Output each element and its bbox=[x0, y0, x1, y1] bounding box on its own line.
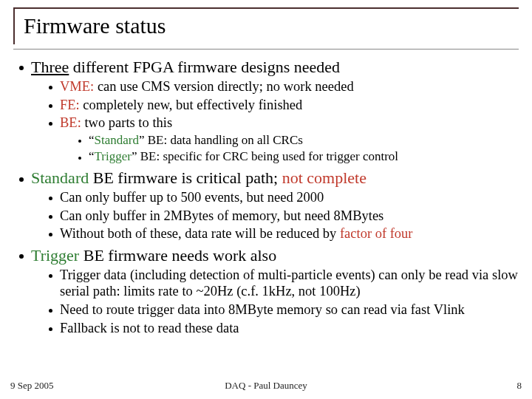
bullet-lvl2: BE: two parts to this bbox=[49, 115, 519, 132]
bullet-lvl2: Fallback is not to read these data bbox=[49, 320, 519, 337]
bullet-icon bbox=[49, 197, 52, 200]
bullet-text: Trigger BE firmware needs work also bbox=[31, 246, 519, 265]
bullet-icon bbox=[49, 233, 52, 236]
title-area: Firmware status bbox=[13, 7, 519, 44]
bullet-icon bbox=[49, 122, 52, 126]
bullet-lvl2: Need to route trigger data into 8MByte m… bbox=[49, 301, 519, 318]
bullet-icon bbox=[49, 274, 52, 278]
bullet-lvl3: “Standard” BE: data handling on all CRCs bbox=[78, 133, 519, 149]
bullet-lvl1: Trigger BE firmware needs work also bbox=[19, 246, 519, 265]
bullet-text: Can only buffer up to 500 events, but ne… bbox=[60, 189, 519, 206]
content-area: Three different FPGA firmware designs ne… bbox=[13, 49, 519, 336]
bullet-lvl1: Three different FPGA firmware designs ne… bbox=[19, 58, 519, 77]
bullet-text: VME: can use CMS version directly; no wo… bbox=[60, 78, 519, 95]
bullet-text: “Standard” BE: data handling on all CRCs bbox=[89, 133, 519, 149]
bullet-lvl2: Can only buffer in 2MBytes of memory, bu… bbox=[49, 208, 519, 225]
bullet-lvl2: Without both of these, data rate will be… bbox=[49, 225, 519, 242]
bullet-text: Without both of these, data rate will be… bbox=[60, 225, 519, 242]
slide: Firmware status Three different FPGA fir… bbox=[0, 0, 532, 399]
bullet-icon bbox=[19, 254, 24, 259]
bullet-icon bbox=[78, 157, 81, 160]
bullet-icon bbox=[19, 177, 24, 182]
bullet-text: Standard BE firmware is critical path; n… bbox=[31, 168, 519, 188]
bullet-text: Can only buffer in 2MBytes of memory, bu… bbox=[60, 208, 519, 225]
bullet-icon bbox=[78, 140, 81, 143]
bullet-text: Need to route trigger data into 8MByte m… bbox=[60, 301, 519, 318]
bullet-icon bbox=[49, 309, 52, 313]
bullet-text: Fallback is not to read these data bbox=[60, 320, 519, 337]
bullet-text: Trigger data (including detection of mul… bbox=[60, 267, 519, 300]
bullet-icon bbox=[49, 327, 52, 331]
bullet-icon bbox=[49, 215, 52, 219]
footer-page-number: 8 bbox=[517, 380, 522, 392]
bullet-lvl3: “Trigger” BE: specific for CRC being use… bbox=[78, 149, 519, 165]
bullet-text: “Trigger” BE: specific for CRC being use… bbox=[89, 149, 519, 165]
bullet-text: FE: completely new, but effectively fini… bbox=[60, 97, 519, 114]
bullet-icon bbox=[19, 66, 24, 70]
bullet-icon bbox=[49, 104, 52, 108]
bullet-lvl2: Can only buffer up to 500 events, but ne… bbox=[49, 189, 519, 206]
bullet-lvl2: FE: completely new, but effectively fini… bbox=[49, 97, 519, 114]
page-title: Firmware status bbox=[24, 13, 519, 38]
bullet-lvl2: VME: can use CMS version directly; no wo… bbox=[49, 78, 519, 95]
bullet-icon bbox=[49, 86, 52, 89]
bullet-text: BE: two parts to this bbox=[60, 115, 519, 132]
bullet-lvl1: Standard BE firmware is critical path; n… bbox=[19, 168, 519, 188]
footer-center: DAQ - Paul Dauncey bbox=[0, 380, 532, 392]
bullet-text: Three different FPGA firmware designs ne… bbox=[31, 58, 519, 77]
bullet-lvl2: Trigger data (including detection of mul… bbox=[49, 267, 519, 300]
